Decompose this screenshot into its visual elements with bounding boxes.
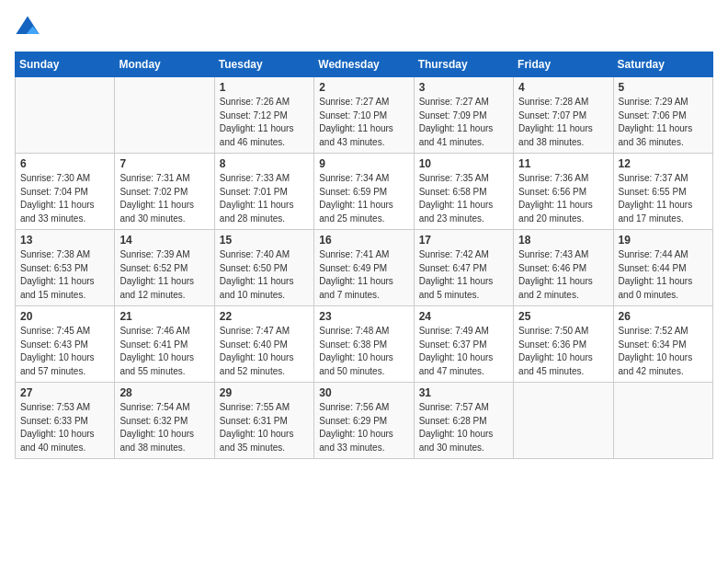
calendar-cell: 2Sunrise: 7:27 AM Sunset: 7:10 PM Daylig… [314,77,414,154]
calendar-cell: 8Sunrise: 7:33 AM Sunset: 7:01 PM Daylig… [214,154,313,230]
day-info: Sunrise: 7:41 AM Sunset: 6:49 PM Dayligh… [319,248,408,302]
day-info: Sunrise: 7:31 AM Sunset: 7:02 PM Dayligh… [119,172,209,225]
calendar-cell: 16Sunrise: 7:41 AM Sunset: 6:49 PM Dayli… [314,230,414,306]
calendar-cell [613,383,712,459]
day-number: 31 [419,386,508,399]
weekday-header: Sunday [16,52,115,77]
day-number: 2 [319,81,408,94]
day-info: Sunrise: 7:27 AM Sunset: 7:09 PM Dayligh… [419,96,508,149]
day-number: 21 [119,310,209,323]
calendar-cell: 28Sunrise: 7:54 AM Sunset: 6:32 PM Dayli… [115,383,214,459]
calendar-cell: 21Sunrise: 7:46 AM Sunset: 6:41 PM Dayli… [115,306,214,383]
day-info: Sunrise: 7:29 AM Sunset: 7:06 PM Dayligh… [619,96,708,149]
day-info: Sunrise: 7:50 AM Sunset: 6:36 PM Dayligh… [518,325,608,378]
calendar-cell: 17Sunrise: 7:42 AM Sunset: 6:47 PM Dayli… [414,230,513,306]
day-info: Sunrise: 7:55 AM Sunset: 6:31 PM Dayligh… [220,401,309,454]
day-number: 15 [220,234,309,247]
day-number: 17 [419,234,508,247]
weekday-header: Friday [514,52,613,77]
day-number: 24 [419,310,508,323]
day-info: Sunrise: 7:42 AM Sunset: 6:47 PM Dayligh… [419,248,508,302]
day-number: 10 [419,157,508,170]
calendar-cell: 13Sunrise: 7:38 AM Sunset: 6:53 PM Dayli… [16,230,115,306]
calendar-cell: 9Sunrise: 7:34 AM Sunset: 6:59 PM Daylig… [314,154,414,230]
page-header [15,15,713,40]
day-info: Sunrise: 7:46 AM Sunset: 6:41 PM Dayligh… [119,325,209,378]
weekday-header: Tuesday [214,52,313,77]
day-info: Sunrise: 7:38 AM Sunset: 6:53 PM Dayligh… [20,248,109,302]
day-number: 22 [220,310,309,323]
day-info: Sunrise: 7:40 AM Sunset: 6:50 PM Dayligh… [220,248,309,302]
calendar-cell: 5Sunrise: 7:29 AM Sunset: 7:06 PM Daylig… [613,77,712,154]
day-number: 28 [119,386,209,399]
calendar-table: SundayMondayTuesdayWednesdayThursdayFrid… [15,52,713,459]
day-info: Sunrise: 7:45 AM Sunset: 6:43 PM Dayligh… [20,325,109,378]
calendar-cell: 25Sunrise: 7:50 AM Sunset: 6:36 PM Dayli… [514,306,613,383]
calendar-week-row: 13Sunrise: 7:38 AM Sunset: 6:53 PM Dayli… [16,230,713,306]
calendar-cell: 18Sunrise: 7:43 AM Sunset: 6:46 PM Dayli… [514,230,613,306]
day-number: 18 [518,234,608,247]
calendar-cell: 31Sunrise: 7:57 AM Sunset: 6:28 PM Dayli… [414,383,513,459]
calendar-cell: 22Sunrise: 7:47 AM Sunset: 6:40 PM Dayli… [214,306,313,383]
calendar-cell: 15Sunrise: 7:40 AM Sunset: 6:50 PM Dayli… [214,230,313,306]
day-number: 5 [619,81,708,94]
weekday-header: Wednesday [314,52,414,77]
calendar-cell: 29Sunrise: 7:55 AM Sunset: 6:31 PM Dayli… [214,383,313,459]
weekday-header: Saturday [613,52,712,77]
day-info: Sunrise: 7:36 AM Sunset: 6:56 PM Dayligh… [518,172,608,225]
calendar-cell: 14Sunrise: 7:39 AM Sunset: 6:52 PM Dayli… [115,230,214,306]
day-number: 9 [319,157,408,170]
day-info: Sunrise: 7:57 AM Sunset: 6:28 PM Dayligh… [419,401,508,454]
calendar-cell: 6Sunrise: 7:30 AM Sunset: 7:04 PM Daylig… [16,154,115,230]
day-number: 13 [20,234,109,247]
day-info: Sunrise: 7:49 AM Sunset: 6:37 PM Dayligh… [419,325,508,378]
weekday-header: Thursday [414,52,513,77]
day-info: Sunrise: 7:53 AM Sunset: 6:33 PM Dayligh… [20,401,109,454]
logo [15,15,44,40]
calendar-cell: 30Sunrise: 7:56 AM Sunset: 6:29 PM Dayli… [314,383,414,459]
calendar-cell: 1Sunrise: 7:26 AM Sunset: 7:12 PM Daylig… [214,77,313,154]
day-info: Sunrise: 7:33 AM Sunset: 7:01 PM Dayligh… [220,172,309,225]
calendar-cell [16,77,115,154]
calendar-header: SundayMondayTuesdayWednesdayThursdayFrid… [16,52,713,77]
calendar-cell: 19Sunrise: 7:44 AM Sunset: 6:44 PM Dayli… [613,230,712,306]
day-info: Sunrise: 7:43 AM Sunset: 6:46 PM Dayligh… [518,248,608,302]
day-number: 30 [319,386,408,399]
day-number: 23 [319,310,408,323]
day-info: Sunrise: 7:56 AM Sunset: 6:29 PM Dayligh… [319,401,408,454]
calendar-cell: 10Sunrise: 7:35 AM Sunset: 6:58 PM Dayli… [414,154,513,230]
calendar-week-row: 6Sunrise: 7:30 AM Sunset: 7:04 PM Daylig… [16,154,713,230]
calendar-cell: 20Sunrise: 7:45 AM Sunset: 6:43 PM Dayli… [16,306,115,383]
day-number: 20 [20,310,109,323]
day-number: 8 [220,157,309,170]
day-number: 7 [119,157,209,170]
day-number: 26 [619,310,708,323]
calendar-cell: 3Sunrise: 7:27 AM Sunset: 7:09 PM Daylig… [414,77,513,154]
calendar-cell [514,383,613,459]
day-number: 29 [220,386,309,399]
day-info: Sunrise: 7:52 AM Sunset: 6:34 PM Dayligh… [619,325,708,378]
day-number: 11 [518,157,608,170]
day-number: 12 [619,157,708,170]
day-info: Sunrise: 7:48 AM Sunset: 6:38 PM Dayligh… [319,325,408,378]
day-number: 14 [119,234,209,247]
day-info: Sunrise: 7:26 AM Sunset: 7:12 PM Dayligh… [220,96,309,149]
calendar-cell: 12Sunrise: 7:37 AM Sunset: 6:55 PM Dayli… [613,154,712,230]
calendar-cell: 23Sunrise: 7:48 AM Sunset: 6:38 PM Dayli… [314,306,414,383]
calendar-cell: 7Sunrise: 7:31 AM Sunset: 7:02 PM Daylig… [115,154,214,230]
day-number: 3 [419,81,508,94]
logo-icon [15,15,40,40]
calendar-body: 1Sunrise: 7:26 AM Sunset: 7:12 PM Daylig… [16,77,713,459]
day-info: Sunrise: 7:35 AM Sunset: 6:58 PM Dayligh… [419,172,508,225]
calendar-cell: 27Sunrise: 7:53 AM Sunset: 6:33 PM Dayli… [16,383,115,459]
day-number: 1 [220,81,309,94]
calendar-cell [115,77,214,154]
day-number: 6 [20,157,109,170]
weekday-row: SundayMondayTuesdayWednesdayThursdayFrid… [16,52,713,77]
calendar-week-row: 1Sunrise: 7:26 AM Sunset: 7:12 PM Daylig… [16,77,713,154]
day-number: 4 [518,81,608,94]
day-info: Sunrise: 7:28 AM Sunset: 7:07 PM Dayligh… [518,96,608,149]
calendar-cell: 26Sunrise: 7:52 AM Sunset: 6:34 PM Dayli… [613,306,712,383]
weekday-header: Monday [115,52,214,77]
day-number: 16 [319,234,408,247]
